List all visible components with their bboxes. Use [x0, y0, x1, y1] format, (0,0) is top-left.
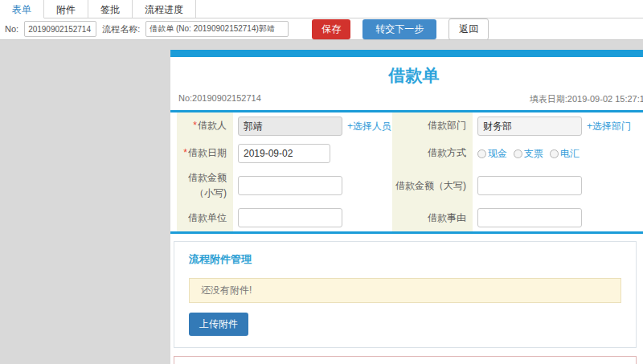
radio-icon[interactable]: [477, 149, 486, 158]
next-step-button[interactable]: 转交下一步: [362, 19, 436, 39]
loan-form-grid: *借款人 +选择人员 借款部门 +选择部门 *借款日期 借款方式 现金: [170, 112, 643, 231]
upload-attachment-button[interactable]: 上传附件: [189, 313, 248, 336]
panel-top-accent-bar: [170, 50, 643, 57]
flow-name-label: 流程名称:: [102, 23, 140, 35]
loan-unit-input[interactable]: [238, 208, 342, 227]
tab-attachment[interactable]: 附件: [44, 0, 88, 18]
tab-progress[interactable]: 流程进度: [133, 0, 196, 18]
tab-form[interactable]: 表单: [0, 0, 44, 18]
loan-form-panel: 借款单 No:20190902152714 填表日期:2019-09-02 15…: [170, 50, 643, 364]
form-no-text: No:20190902152714: [178, 93, 261, 105]
attachment-panel: 流程附件管理 还没有附件! 上传附件: [174, 241, 637, 348]
divider-bottom: [170, 231, 643, 234]
no-input[interactable]: [24, 21, 96, 37]
choose-department-link[interactable]: +选择部门: [587, 120, 631, 133]
loan-form-title: 借款单: [170, 57, 643, 92]
form-meta-row: No:20190902152714 填表日期:2019-09-02 15:27:…: [170, 92, 643, 110]
radio-icon[interactable]: [514, 149, 522, 158]
flow-name-input[interactable]: [145, 21, 289, 37]
approval-panel: 流程签批意见 B I abc: [174, 356, 637, 364]
borrower-cell: +选择人员: [233, 112, 392, 140]
borrower-label: *借款人: [177, 112, 233, 140]
attachment-panel-title: 流程附件管理: [189, 252, 621, 267]
loan-reason-input[interactable]: [477, 208, 582, 227]
amount-upper-label: 借款金额（大写): [392, 167, 473, 204]
loan-date-cell: [233, 140, 392, 167]
form-date-text: 填表日期:2019-09-02 15:27:14: [530, 93, 643, 105]
no-attachment-notice: 还没有附件!: [189, 278, 621, 303]
page-background: 借款单 No:20190902152714 填表日期:2019-09-02 15…: [0, 50, 643, 364]
back-button[interactable]: 返回: [448, 18, 489, 40]
radio-cash[interactable]: 现金: [477, 147, 507, 161]
borrower-input[interactable]: [238, 117, 342, 136]
department-cell: +选择部门: [473, 112, 643, 140]
department-label: 借款部门: [392, 112, 473, 140]
tab-approval[interactable]: 签批: [88, 0, 133, 18]
loan-reason-label: 借款事由: [392, 204, 473, 231]
amount-upper-input[interactable]: [477, 176, 582, 195]
amount-lower-label: 借款金额（小写): [177, 167, 233, 204]
payment-method-label: 借款方式: [392, 140, 473, 167]
top-toolbar: 表单 附件 签批 流程进度 No: 流程名称: 保存 转交下一步 返回: [0, 0, 643, 40]
loan-date-input[interactable]: [238, 144, 330, 163]
amount-lower-cell: [233, 167, 392, 204]
command-bar: No: 流程名称: 保存 转交下一步 返回: [0, 18, 643, 40]
loan-date-label: *借款日期: [177, 140, 233, 167]
radio-wire[interactable]: 电汇: [550, 147, 580, 161]
radio-icon[interactable]: [550, 149, 559, 158]
amount-lower-input[interactable]: [238, 176, 342, 195]
tab-bar: 表单 附件 签批 流程进度: [0, 0, 643, 18]
payment-method-cell: 现金 支票 电汇: [473, 140, 643, 167]
no-label: No:: [5, 24, 18, 34]
loan-unit-cell: [233, 204, 392, 231]
amount-upper-cell: [473, 167, 643, 204]
department-input[interactable]: [477, 117, 582, 136]
loan-reason-cell: [473, 204, 643, 231]
choose-person-link[interactable]: +选择人员: [347, 120, 391, 133]
save-button[interactable]: 保存: [312, 19, 350, 39]
required-mark: *: [183, 147, 187, 158]
radio-check[interactable]: 支票: [514, 147, 543, 161]
loan-unit-label: 借款单位: [177, 204, 233, 231]
required-mark: *: [193, 120, 197, 131]
